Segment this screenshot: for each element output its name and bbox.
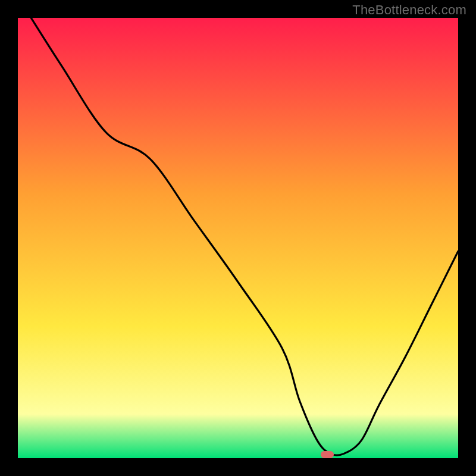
watermark-text: TheBottleneck.com <box>352 2 466 18</box>
optimum-marker <box>321 451 334 458</box>
chart-frame: TheBottleneck.com <box>0 0 476 476</box>
bottleneck-curve <box>18 18 458 458</box>
plot-area <box>18 18 458 458</box>
